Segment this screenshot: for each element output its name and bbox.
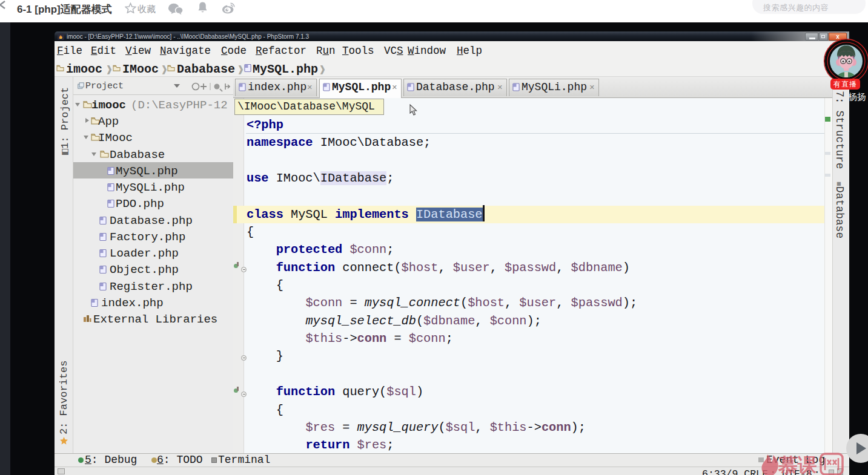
svg-text:慕课: 慕课 [778, 454, 817, 475]
